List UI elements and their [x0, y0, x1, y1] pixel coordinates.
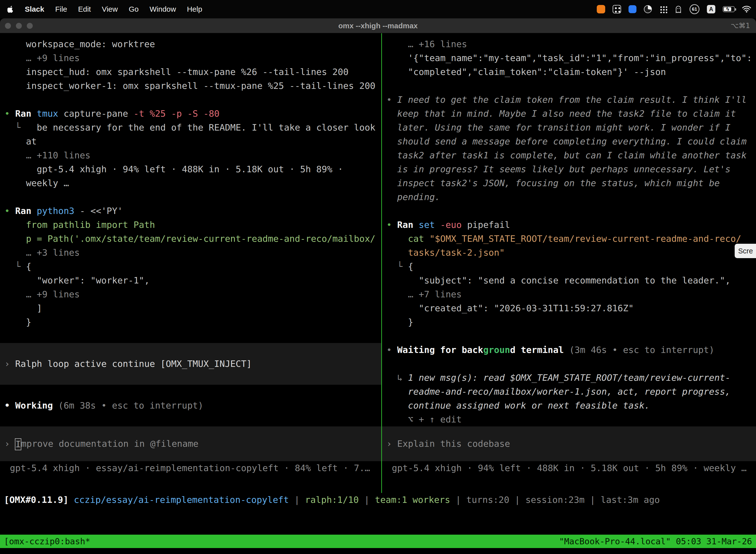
blank-line	[382, 204, 756, 218]
tmux-status-bar: [omx-cczip0:bash* "MacBook-Pro-44.local"…	[0, 535, 756, 548]
left-pane[interactable]: workspace_mode: worktree … +9 lines insp…	[0, 33, 381, 493]
terminal-line: … +16 lines	[382, 37, 756, 51]
waiting-indicator: • Waiting for background terminal (3m 46…	[382, 343, 756, 357]
input-source-letter: A	[709, 6, 713, 13]
terminal-line: … +3 lines	[0, 246, 381, 260]
menu-items: FileEditViewGoWindowHelp	[55, 5, 202, 13]
prompt-input[interactable]: › Ralph loop active continue [OMX_TMUX_I…	[0, 343, 381, 385]
screen-recording-indicator-icon[interactable]	[597, 5, 605, 13]
terminal-line: … +9 lines	[0, 51, 381, 65]
terminal-content: workspace_mode: worktree … +9 lines insp…	[0, 33, 756, 493]
ran-command-line: • Ran set -euo pipefail	[382, 218, 756, 232]
menu-window[interactable]: Window	[149, 5, 176, 13]
swirl-app-icon[interactable]	[644, 5, 652, 13]
terminal-line: weekly …	[0, 176, 381, 190]
terminal-line: tasks/task-2.json"	[382, 246, 756, 260]
battery-percent-value: 61	[692, 6, 697, 12]
grid-app-icon[interactable]	[613, 5, 621, 13]
terminal-line: }	[382, 315, 756, 329]
terminal-line: "completed","claim_token":"claim-token"}…	[382, 65, 756, 79]
mailbox-message: ↳ 1 new msg(s): read $OMX_TEAM_STATE_ROO…	[382, 371, 756, 385]
desktop: Slack FileEditViewGoWindowHelp 61 A ϟ	[0, 0, 756, 554]
wifi-icon[interactable]	[742, 6, 751, 13]
titlebar-shortcut: ⌥⌘1	[731, 21, 756, 30]
terminal-line: … +110 lines	[0, 149, 381, 162]
blue-app-icon[interactable]	[629, 5, 636, 13]
menu-go[interactable]: Go	[129, 5, 139, 13]
terminal-line: }	[0, 315, 381, 329]
thinking-text: pending.	[382, 190, 756, 204]
tmux-session-label[interactable]: [omx-cczip0:bash*	[4, 536, 90, 546]
blank-line	[382, 329, 756, 343]
thinking-text: is in progress? It seems likely but perh…	[382, 162, 756, 176]
thinking-text: later. Using the same for transition mig…	[382, 121, 756, 134]
thinking-text: • I need to get the claim token from the…	[382, 93, 756, 107]
battery-percent-badge[interactable]: 61	[690, 4, 699, 14]
pane-status-line: gpt-5.4 xhigh · essay/ai-reimplementatio…	[0, 461, 381, 475]
menu-file[interactable]: File	[55, 5, 67, 13]
battery-icon[interactable]: ϟ	[723, 6, 735, 12]
omx-status-line: [OMX#0.11.9] cczip/essay/ai-reimplementa…	[0, 493, 756, 507]
blank-line	[382, 357, 756, 371]
terminal-line: inspect_worker-1: omx sparkshell --tmux-…	[0, 79, 381, 93]
terminal-line: cat "$OMX_TEAM_STATE_ROOT/team/review-cu…	[382, 232, 756, 246]
input-source-icon[interactable]: A	[707, 5, 715, 13]
ran-command-line: • Ran tmux capture-pane -t %25 -p -S -80	[0, 107, 381, 121]
prompt-suggestion[interactable]: › Explain this codebase	[382, 427, 756, 461]
terminal-line: ]	[0, 301, 381, 315]
terminal-line: "worker": "worker-1",	[0, 274, 381, 287]
terminal-line: '{"team_name":"my-team","task_id":"1","f…	[382, 51, 756, 65]
terminal-line: gpt-5.4 xhigh · 94% left · 488K in · 5.1…	[0, 162, 381, 176]
blank-line	[382, 79, 756, 93]
working-indicator: • Working (6m 38s • esc to interrupt)	[0, 399, 381, 412]
screen-overlay-tooltip: Scre	[735, 244, 756, 258]
terminal-line: p = Path('.omx/state/team/review-current…	[0, 232, 381, 246]
blank-line	[0, 412, 381, 427]
blank-line	[0, 190, 381, 204]
thinking-text: inspect task2's JSON, focusing on the st…	[382, 176, 756, 190]
menu-edit[interactable]: Edit	[78, 5, 91, 13]
terminal-line: from pathlib import Path	[0, 218, 381, 232]
window-titlebar[interactable]: omx --xhigh --madmax ⌥⌘1	[0, 18, 756, 33]
active-app-name[interactable]: Slack	[25, 5, 44, 13]
blank-line	[0, 93, 381, 107]
edit-hint: ⌥ + ↑ edit	[382, 412, 756, 427]
blank-line	[0, 329, 381, 343]
dots-grid-icon[interactable]	[659, 5, 667, 13]
pane-status-line: gpt-5.4 xhigh · 94% left · 488K in · 5.1…	[382, 461, 756, 475]
terminal-line: └ {	[382, 260, 756, 274]
mailbox-message: continue assigned work or next feasible …	[382, 399, 756, 412]
terminal-line: "subject": "send a concise recommendatio…	[382, 274, 756, 287]
apple-menu-icon[interactable]	[7, 5, 14, 13]
terminal-line: at	[0, 134, 381, 149]
thinking-text: should send a message before completing …	[382, 134, 756, 149]
right-pane[interactable]: … +16 lines '{"team_name":"my-team","tas…	[382, 33, 756, 493]
mailbox-message: readme-and-reco/mailbox/worker-1.json, a…	[382, 385, 756, 399]
terminal-line: "created_at": "2026-03-31T11:59:27.816Z"	[382, 301, 756, 315]
terminal-line: … +7 lines	[382, 287, 756, 301]
ran-command-line: • Ran python3 - <<'PY'	[0, 204, 381, 218]
menu-help[interactable]: Help	[187, 5, 202, 13]
prompt-placeholder[interactable]: › Improve documentation in @filename	[0, 427, 381, 461]
thinking-text: keep that in mind. Maybe I also need the…	[382, 107, 756, 121]
blank-line	[0, 385, 381, 399]
terminal-line: └ {	[0, 260, 381, 274]
tmux-host-clock: "MacBook-Pro-44.local" 05:03 31-Mar-26	[559, 536, 752, 546]
ghost-app-icon[interactable]	[675, 5, 682, 13]
terminal-window: omx --xhigh --madmax ⌥⌘1 workspace_mode:…	[0, 18, 756, 554]
menu-view[interactable]: View	[102, 5, 118, 13]
terminal-line: workspace_mode: worktree	[0, 37, 381, 51]
terminal-line: … +9 lines	[0, 287, 381, 301]
window-title: omx --xhigh --madmax	[0, 21, 756, 30]
menu-bar: Slack FileEditViewGoWindowHelp 61 A ϟ	[0, 0, 756, 18]
terminal-line: inspect_hud: omx sparkshell --tmux-pane …	[0, 65, 381, 79]
thinking-text: task2 after task1 is complete, but can I…	[382, 149, 756, 162]
terminal-line: └ be necessary for the end of the README…	[0, 121, 381, 134]
